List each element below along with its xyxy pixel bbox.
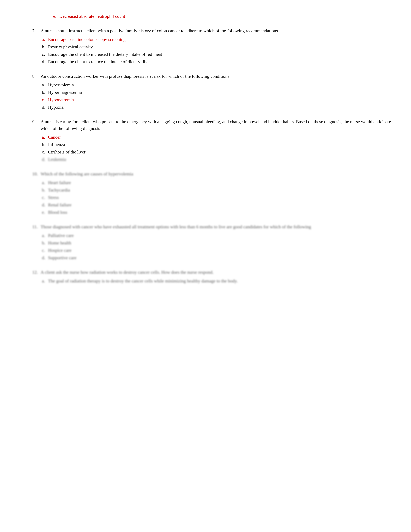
answer-text: Hypermagnesemia [48,89,82,96]
question-7-number: 7. [32,28,39,34]
answer-text: Stress [48,194,59,201]
list-item: a. Hypervolemia [42,82,392,88]
list-item: a. The goal of radiation therapy is to d… [42,278,392,284]
list-item: d. Leukemia [42,156,392,163]
question-8-number: 8. [32,73,39,80]
answer-text: Hyponatremia [48,96,74,103]
question-8-answers: a. Hypervolemia b. Hypermagnesemia c. Hy… [42,82,392,111]
list-item: c. Hyponatremia [42,96,392,103]
answer-letter: c. [42,247,47,254]
question-11-block: 11. Those diagnosed with cancer who have… [32,223,392,261]
question-7-block: 7. A nurse should instruct a client with… [32,28,392,65]
list-item: b. Tachycardia [42,187,392,193]
answer-letter: d. [42,201,47,208]
list-item: e. Blood loss [42,209,392,216]
answer-letter: b. [42,187,47,193]
question-9-body: A nurse is caring for a client who prese… [41,118,392,132]
answer-text: Leukemia [48,156,66,163]
answer-text: Influenza [48,141,65,148]
question-11-text: 11. Those diagnosed with cancer who have… [32,223,392,230]
answer-letter: e. [42,209,47,216]
answer-letter: a. [42,179,47,186]
list-item: c. Cirrhosis of the liver [42,149,392,155]
answer-letter: b. [42,239,47,246]
answer-text: Tachycardia [48,187,70,193]
question-7-body: A nurse should instruct a client with a … [41,28,392,34]
answer-letter: a. [42,36,47,43]
question-12-answers: a. The goal of radiation therapy is to d… [42,278,392,284]
list-item: d. Hypoxia [42,104,392,111]
list-item: d. Supportive care [42,254,392,261]
question-7-answers: a. Encourage baseline colonoscopy screen… [42,36,392,65]
question-9-text: 9. A nurse is caring for a client who pr… [32,118,392,132]
answer-letter: a. [42,278,47,284]
answer-letter: a. [42,82,47,88]
answer-letter: c. [42,96,47,103]
answer-letter: c. [42,194,47,201]
answer-letter: d. [42,156,47,163]
list-item: b. Hypermagnesemia [42,89,392,96]
list-item: a. Encourage baseline colonoscopy screen… [42,36,392,43]
answer-text: The goal of radiation therapy is to dest… [48,278,238,284]
list-item: c. Encourage the client to increased the… [42,51,392,58]
answer-letter: a. [42,232,47,239]
list-item: b. Restrict physical activity [42,44,392,50]
answer-text: Restrict physical activity [48,44,93,50]
question-9-answers: a. Cancer b. Influenza c. Cirrhosis of t… [42,134,392,163]
list-item: d. Encourage the client to reduce the in… [42,58,392,65]
question-10-text: 10. Which of the following are causes of… [32,171,392,177]
list-item: a. Palliative care [42,232,392,239]
answer-text: Home health [48,239,71,246]
question-12-number: 12. [32,269,39,276]
question-9-block: 9. A nurse is caring for a client who pr… [32,118,392,163]
list-item: a. Heart failure [42,179,392,186]
question-10-block: 10. Which of the following are causes of… [32,171,392,216]
list-item: c. Hospice care [42,247,392,254]
answer-text: Cirrhosis of the liver [48,149,86,155]
question-8-body: An outdoor construction worker with prof… [41,73,392,80]
item-e-text: Decreased absolute neutrophil count [59,13,125,20]
list-item: b. Influenza [42,141,392,148]
list-item: a. Cancer [42,134,392,141]
question-10-number: 10. [32,171,39,177]
answer-text: Encourage baseline colonoscopy screening [48,36,126,43]
list-item: d. Renal failure [42,201,392,208]
item-e: e. Decreased absolute neutrophil count [53,13,392,20]
answer-text: Hypoxia [48,104,64,111]
question-11-number: 11. [32,223,39,230]
answer-text-cancer: Cancer [48,134,61,141]
question-9-number: 9. [32,118,39,132]
answer-letter: d. [42,254,47,261]
question-11-answers: a. Palliative care b. Home health c. Hos… [42,232,392,261]
answer-letter: c. [42,149,47,155]
list-item: b. Home health [42,239,392,246]
list-item: c. Stress [42,194,392,201]
question-12-body: A client ask the nurse how radiation wor… [41,269,392,276]
answer-text: Supportive care [48,254,76,261]
answer-letter: b. [42,141,47,148]
answer-text: Encourage the client to reduce the intak… [48,58,150,65]
answer-text: Palliative care [48,232,74,239]
answer-text: Blood loss [48,209,67,216]
question-11-body: Those diagnosed with cancer who have exh… [41,223,392,230]
answer-letter: d. [42,58,47,65]
answer-letter: b. [42,44,47,50]
question-12-block: 12. A client ask the nurse how radiation… [32,269,392,284]
answer-text: Heart failure [48,179,71,186]
answer-letter: b. [42,89,47,96]
question-10-body: Which of the following are causes of hyp… [41,171,392,177]
answer-letter: a. [42,134,47,141]
question-12-text: 12. A client ask the nurse how radiation… [32,269,392,276]
answer-letter: d. [42,104,47,111]
answer-text: Hypervolemia [48,82,74,88]
question-10-answers: a. Heart failure b. Tachycardia c. Stres… [42,179,392,216]
answer-text: Renal failure [48,201,71,208]
answer-text: Hospice care [48,247,71,254]
answer-text: Encourage the client to increased the di… [48,51,162,58]
question-7-text: 7. A nurse should instruct a client with… [32,28,392,34]
answer-letter: c. [42,51,47,58]
question-8-block: 8. An outdoor construction worker with p… [32,73,392,111]
item-e-letter: e. [53,13,58,20]
question-8-text: 8. An outdoor construction worker with p… [32,73,392,80]
